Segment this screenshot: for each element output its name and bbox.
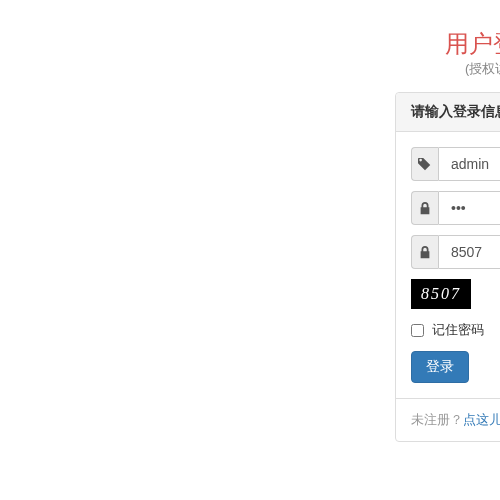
remember-checkbox[interactable] (411, 324, 424, 337)
captcha-input[interactable] (438, 235, 500, 269)
remember-row: 记住密码 (411, 321, 500, 339)
remember-label: 记住密码 (432, 322, 484, 337)
panel-heading: 请输入登录信息 (396, 93, 500, 132)
password-group (411, 191, 500, 225)
captcha-image[interactable]: 8507 (411, 279, 471, 309)
remember-label-wrap[interactable]: 记住密码 (411, 322, 484, 337)
page-title: 用户登 (445, 28, 500, 60)
captcha-group (411, 235, 500, 269)
password-input[interactable] (438, 191, 500, 225)
tag-icon (411, 147, 438, 181)
login-panel: 请输入登录信息 8507 记住密码 登录 (395, 92, 500, 442)
username-input[interactable] (438, 147, 500, 181)
lock-icon (411, 191, 438, 225)
panel-footer: 未注册？点这儿 (396, 398, 500, 441)
login-button[interactable]: 登录 (411, 351, 469, 383)
lock-icon (411, 235, 438, 269)
page-subtitle: (授权访 (465, 60, 500, 78)
register-link[interactable]: 点这儿 (463, 412, 500, 427)
register-prompt: 未注册？ (411, 412, 463, 427)
username-group (411, 147, 500, 181)
panel-body: 8507 记住密码 登录 (396, 132, 500, 398)
